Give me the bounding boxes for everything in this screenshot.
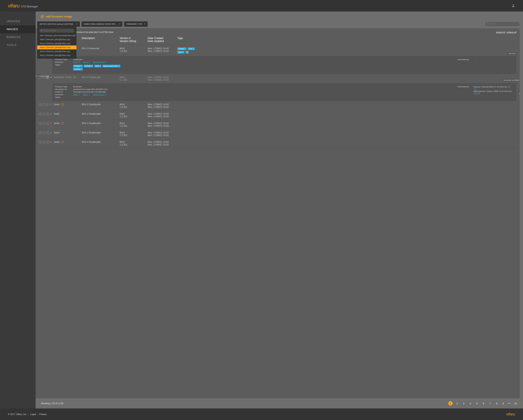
download-signed[interactable]: Signed Image (93, 94, 106, 96)
lock-icon[interactable] (46, 141, 49, 144)
page-number[interactable]: 7 (488, 401, 492, 405)
remove-tag-icon[interactable]: × (81, 68, 82, 70)
download-signed[interactable]: Signed Image (93, 61, 106, 63)
page-number[interactable]: 9 (501, 401, 505, 405)
upload-icon[interactable] (39, 131, 42, 134)
partner-search-box[interactable] (39, 29, 74, 32)
partner-option[interactable]: Alex's Devices (alex@vifaru.ao) (37, 49, 76, 53)
nav-updates[interactable]: UPDATES (0, 17, 36, 25)
edit-icon[interactable] (42, 103, 45, 106)
row-version-string: 1.2.321 (120, 50, 148, 52)
remove-tag-icon[interactable]: × (91, 65, 92, 67)
page-number[interactable]: 2 (455, 401, 459, 405)
lock-icon[interactable] (46, 122, 49, 125)
nav-bundles[interactable]: BUNDLES (0, 33, 36, 41)
upload-icon[interactable] (39, 103, 42, 106)
link-badge-icon[interactable] (61, 103, 64, 105)
download-slot-b[interactable]: Slot B (83, 94, 90, 96)
global-search-input[interactable] (490, 23, 518, 25)
edit-icon[interactable] (42, 141, 45, 144)
page-number-last[interactable]: 20 (514, 401, 518, 405)
global-search-box[interactable] (485, 22, 520, 26)
lock-icon[interactable] (46, 113, 49, 115)
expand-row-icon[interactable] (50, 132, 51, 133)
expand-row-icon[interactable] (50, 141, 51, 143)
remove-tag-icon[interactable]: × (193, 48, 194, 49)
locked-tooltip: cannot edit – image is locked (36, 75, 41, 78)
partner-info-icon[interactable] (508, 86, 510, 88)
nav-images[interactable]: IMAGES (0, 25, 36, 33)
more-tags-button[interactable]: ••• (186, 51, 189, 54)
footer-privacy-link[interactable]: Privacy (39, 413, 47, 416)
collapse-all-link[interactable]: collapse all (507, 31, 516, 33)
tag[interactable]: sam2× (94, 65, 101, 67)
lock-icon[interactable] (46, 131, 49, 134)
filter-device-dropdown[interactable]: HAMILTONIA GARAGE DOOR OPE... (82, 21, 123, 27)
link-badge-icon[interactable] (73, 76, 76, 78)
row-date-created: Mon, 17/08/21 15:32 (148, 47, 177, 50)
col-version: Version # Version String (120, 37, 148, 43)
remove-tag-icon[interactable]: × (185, 48, 186, 49)
link-badge-icon[interactable] (61, 141, 64, 143)
row-expand-panel: Firmware Type:Roaklauder Download: Slot … (52, 56, 516, 74)
upload-icon[interactable] (39, 113, 42, 115)
brand-product: OTA Manager (21, 5, 38, 8)
tag[interactable]: rc4fridge× (177, 48, 187, 50)
footer-legal-link[interactable]: Legal (30, 413, 36, 416)
filter-type-dropdown[interactable]: FIRMWARE TYPE (124, 21, 148, 27)
partner-option-selected[interactable]: Alan's Devices (alan@vifaru.ao) (37, 45, 76, 49)
page-number[interactable]: 8 (494, 401, 499, 405)
col-dates: Date Created Date Updated (148, 37, 177, 43)
download-slot-b[interactable]: Slot B (83, 61, 90, 63)
link-badge-icon[interactable] (61, 122, 64, 124)
edit-icon[interactable] (42, 122, 45, 125)
partner-search-input[interactable] (44, 30, 73, 32)
partner-info-icon[interactable] (474, 92, 476, 95)
info-icon[interactable] (474, 88, 476, 90)
tag[interactable]: siod2× (177, 51, 184, 54)
partner-option[interactable]: Ale's Devices (ale+lincoln@vifaru.ao) (37, 34, 76, 38)
filter-partner-dropdown[interactable]: ARTIE'S DEVICES (arttest+18237054... Ale… (37, 21, 80, 27)
edit-icon[interactable] (42, 113, 45, 115)
partner-option[interactable]: Amy's Devices (amy@vifaru.ao) (37, 53, 76, 57)
upload-icon[interactable] (39, 141, 42, 144)
download-slot-a[interactable]: Slot A (73, 61, 80, 63)
expand-row-icon[interactable] (50, 123, 51, 124)
edit-icon[interactable] (42, 131, 45, 134)
download-slot-a[interactable]: Slot A (73, 94, 80, 96)
row-name: Saelo (54, 103, 60, 106)
remove-tag-icon[interactable]: × (81, 65, 82, 67)
row-date-created: Mon, 17/08/21 15:32 (148, 122, 177, 124)
filter-partner-label: ARTIE'S DEVICES (arttest+18237054... (40, 23, 75, 25)
expand-row-icon[interactable] (50, 113, 51, 115)
partner-option[interactable]: Amy's Devices (amy@vifaru.ao) (37, 41, 76, 45)
page-number[interactable]: 6 (481, 401, 486, 405)
row-name: Saelo (54, 141, 60, 143)
page-number[interactable]: 5 (475, 401, 479, 405)
tag[interactable]: ky3fridge× (84, 65, 93, 67)
add-firmware-button[interactable]: add firmware image (36, 12, 523, 21)
info-icon[interactable] (478, 92, 480, 95)
remove-tag-icon[interactable]: × (118, 65, 119, 67)
lock-icon[interactable] (46, 103, 49, 106)
svg-rect-33 (47, 105, 48, 105)
tag[interactable]: ky3fridge× (73, 65, 83, 67)
partner-option[interactable]: Alex's Devices (alex@vifaru.ao) (37, 38, 76, 41)
tag[interactable]: daytone-washer-dryer× (102, 65, 120, 67)
panel-header: -91377f617db4 | Device Type ID: 8ca8249e… (36, 28, 520, 35)
tag[interactable]: ky3fridge× (73, 68, 83, 71)
collapse-row-icon[interactable] (50, 77, 52, 78)
row-description: BSX-2 Roaklauder (82, 122, 120, 124)
upload-icon[interactable] (39, 122, 42, 125)
user-avatar-icon[interactable] (511, 4, 515, 8)
page-number[interactable]: 4 (468, 401, 472, 405)
remove-tag-icon[interactable]: × (183, 51, 183, 53)
nav-tools[interactable]: TOOLS (0, 41, 36, 49)
tag[interactable]: rc4ac× (188, 48, 195, 50)
expand-all-link[interactable]: expand all (496, 31, 505, 33)
remove-tag-icon[interactable]: × (99, 65, 100, 67)
expand-row-icon[interactable] (50, 104, 51, 105)
page-number[interactable]: 1 (448, 401, 453, 405)
caret-down-icon (76, 24, 78, 24)
page-number[interactable]: 3 (462, 401, 466, 405)
